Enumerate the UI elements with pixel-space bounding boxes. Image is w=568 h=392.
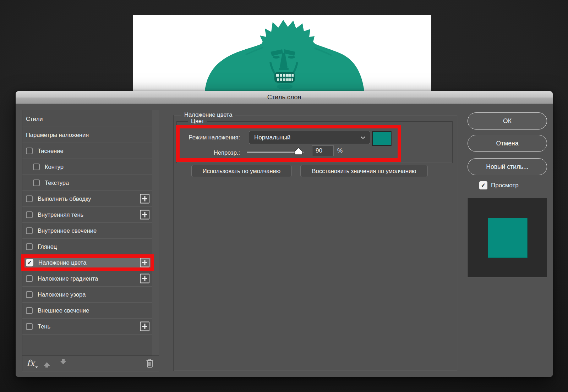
move-effect-up-button[interactable]	[42, 359, 51, 368]
new-style-button[interactable]: Новый стиль...	[468, 158, 547, 175]
fx-menu-button[interactable]: fx	[27, 358, 34, 368]
style-row-label: Тень	[38, 323, 50, 330]
style-row-label: Внешнее свечение	[38, 307, 89, 314]
style-preview-well	[468, 198, 547, 277]
styles-sidebar: СтилиПараметры наложенияТиснениеКонтурТе…	[22, 110, 159, 371]
trash-icon	[149, 359, 151, 360]
style-row-7[interactable]: Внутреннее свечение	[22, 223, 152, 239]
unchecked-checkbox[interactable]	[26, 323, 33, 330]
style-row-label: Наложение узора	[38, 291, 86, 298]
style-row-10[interactable]: Наложение градиента	[22, 271, 152, 287]
arrow-down-icon	[60, 361, 66, 368]
color-group-title: Цвет	[188, 118, 207, 125]
unchecked-checkbox[interactable]	[26, 227, 33, 234]
photoshop-workspace: Стиль слоя СтилиПараметры наложенияТисне…	[0, 0, 568, 392]
dialog-titlebar[interactable]: Стиль слоя	[16, 91, 553, 104]
style-row-label: Наложение цвета	[38, 259, 86, 266]
unchecked-checkbox[interactable]	[26, 211, 33, 218]
move-effect-down-button[interactable]	[59, 359, 68, 368]
style-row-label: Глянец	[38, 243, 57, 250]
add-effect-instance-button[interactable]	[140, 274, 149, 283]
unchecked-checkbox[interactable]	[33, 164, 40, 170]
document-canvas	[133, 15, 431, 91]
add-effect-instance-button[interactable]	[140, 194, 149, 204]
panel-title: Наложение цвета	[181, 111, 235, 118]
unchecked-checkbox[interactable]	[26, 195, 33, 202]
hulk-teeth	[275, 73, 294, 82]
style-row-6[interactable]: Внутренняя тень	[22, 207, 152, 223]
style-row-label: Внутренняя тень	[38, 211, 83, 218]
unchecked-checkbox[interactable]	[26, 243, 33, 250]
styles-list: СтилиПараметры наложенияТиснениеКонтурТе…	[22, 110, 152, 355]
style-row-label: Внутреннее свечение	[38, 227, 97, 234]
style-row-label: Стили	[26, 116, 43, 122]
add-effect-instance-button[interactable]	[140, 322, 149, 331]
style-row-9[interactable]: ✓Наложение цвета	[22, 255, 152, 271]
unchecked-checkbox[interactable]	[33, 180, 40, 186]
style-row-11[interactable]: Наложение узора	[22, 287, 152, 303]
color-overlay-panel: Наложение цвета Цвет Режим наложения: Но…	[173, 115, 458, 371]
cancel-button[interactable]: Отмена	[468, 135, 547, 152]
delete-effect-button[interactable]	[145, 358, 154, 368]
opacity-unit: %	[337, 145, 343, 156]
style-row-5[interactable]: Выполнить обводку	[22, 191, 152, 207]
style-row-0[interactable]: Стили	[22, 111, 152, 127]
style-row-label: Выполнить обводку	[38, 195, 91, 202]
style-row-label: Текстура	[45, 180, 69, 186]
unchecked-checkbox[interactable]	[26, 275, 33, 282]
arrow-up-icon	[44, 359, 50, 366]
color-group: Цвет Режим наложения: Нормальный Непрозр…	[176, 121, 453, 163]
style-row-12[interactable]: Внешнее свечение	[22, 303, 152, 319]
opacity-label: Непрозр.:	[180, 147, 240, 158]
make-default-button[interactable]: Использовать по умолчанию	[191, 165, 292, 177]
preview-toggle: ✓ Просмотр	[479, 181, 519, 189]
add-effect-instance-button[interactable]	[140, 258, 149, 267]
unchecked-checkbox[interactable]	[26, 307, 33, 314]
style-row-3[interactable]: Контур	[22, 159, 152, 175]
unchecked-checkbox[interactable]	[26, 148, 33, 154]
style-row-label: Наложение градиента	[38, 275, 98, 282]
blend-mode-label: Режим наложения:	[180, 131, 240, 144]
add-effect-instance-button[interactable]	[140, 210, 149, 220]
style-row-label: Тиснение	[38, 148, 64, 154]
dialog-body: СтилиПараметры наложенияТиснениеКонтурТе…	[16, 104, 553, 377]
checked-checkbox[interactable]: ✓	[26, 259, 33, 266]
hulk-figure	[133, 15, 431, 91]
sidebar-footer: fx	[22, 355, 159, 371]
style-row-8[interactable]: Глянец	[22, 239, 152, 255]
unchecked-checkbox[interactable]	[26, 291, 33, 298]
style-preview-swatch	[488, 218, 528, 258]
dialog-title: Стиль слоя	[267, 94, 301, 101]
blend-mode-select[interactable]: Нормальный	[249, 131, 370, 144]
opacity-value: 90	[316, 147, 322, 154]
layer-style-dialog: Стиль слоя СтилиПараметры наложенияТисне…	[16, 91, 553, 377]
style-row-4[interactable]: Текстура	[22, 175, 152, 191]
opacity-slider-thumb[interactable]	[294, 147, 303, 155]
opacity-input[interactable]: 90	[312, 145, 334, 156]
style-row-2[interactable]: Тиснение	[22, 143, 152, 159]
reset-default-button[interactable]: Восстановить значения по умолчанию	[300, 165, 428, 177]
overlay-color-swatch[interactable]	[372, 131, 392, 146]
style-row-13[interactable]: Тень	[22, 319, 152, 335]
blend-mode-value: Нормальный	[254, 134, 290, 141]
preview-checkbox[interactable]: ✓	[479, 181, 487, 189]
style-row-label: Контур	[45, 164, 64, 170]
style-row-1[interactable]: Параметры наложения	[22, 127, 152, 143]
ok-button[interactable]: ОК	[468, 112, 547, 129]
chevron-down-icon	[360, 136, 366, 139]
style-row-label: Параметры наложения	[26, 132, 89, 138]
preview-label: Просмотр	[491, 182, 519, 189]
